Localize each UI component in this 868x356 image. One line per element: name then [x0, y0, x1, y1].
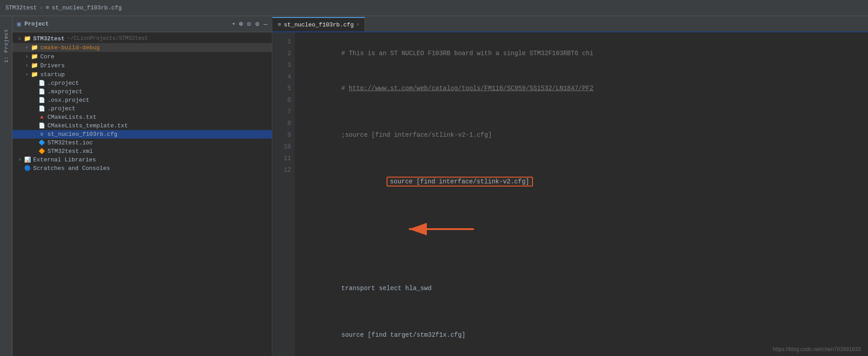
minimize-icon[interactable]: —	[264, 21, 267, 28]
tree-item-drivers[interactable]: › 📁 Drivers	[13, 61, 272, 70]
item-label-mxproject: .mxproject	[47, 88, 82, 95]
file-icon-cproject: 📄	[38, 80, 46, 87]
line-num-5: 5	[272, 82, 291, 94]
editor-content: 1 2 3 4 5 6 7 8 9 10 11 12 # This is an …	[272, 32, 868, 356]
tree-item-external[interactable]: › 📊 External Libraries	[13, 156, 272, 164]
code-comment-1: # This is an ST NUCLEO F103RB board with…	[341, 50, 593, 57]
left-strip-label: 1: Project	[4, 29, 9, 63]
tab-icon: ≡	[278, 22, 281, 28]
line-num-6: 6	[272, 94, 291, 106]
line-num-10: 10	[272, 141, 291, 152]
tree-item-osxproject[interactable]: 📄 .osx.project	[13, 96, 272, 104]
tree-item-core[interactable]: › 📁 Core	[13, 52, 272, 61]
folder-icon-drivers: 📁	[30, 62, 39, 69]
tree-item-cproject[interactable]: 📄 .cproject	[13, 79, 272, 87]
tab-close-button[interactable]: ×	[357, 22, 360, 27]
tree-item-root[interactable]: ∨ 📁 STM32test ~/CLionProjects/STM32test	[13, 34, 272, 43]
crosshair-icon[interactable]: ⊕	[239, 20, 243, 28]
file-icon-xml: 🔶	[38, 148, 46, 155]
tree-item-mxproject[interactable]: 📄 .mxproject	[13, 87, 272, 96]
tree-item-cmakelists-template[interactable]: 📄 CMakeLists_template.txt	[13, 122, 272, 130]
item-label-project: .project	[47, 105, 75, 112]
dropdown-arrow[interactable]: ▾	[232, 21, 235, 27]
item-label-external: External Libraries	[33, 156, 96, 163]
editor-area: ≡ st_nucleo_f103rb.cfg × 1 2 3 4 5 6 7 8…	[272, 16, 868, 356]
line-numbers: 1 2 3 4 5 6 7 8 9 10 11 12	[272, 32, 295, 356]
item-label-cmake-build: cmake-build-debug	[40, 44, 100, 51]
titlebar-file: st_nucleo_f103rb.cfg	[52, 4, 122, 11]
code-line-8	[304, 306, 868, 317]
tree-item-cmake-build[interactable]: › 📁 cmake-build-debug	[13, 43, 272, 52]
code-line-10	[304, 352, 868, 356]
arrow-annotation	[359, 211, 476, 247]
code-line-6	[304, 259, 868, 271]
file-icon-cmakelists-template: 📄	[38, 122, 46, 129]
item-label-drivers: Drivers	[40, 62, 65, 69]
code-text-4: ;source [find interface/stlink-v2-1.cfg]	[341, 131, 492, 139]
folder-icon-scratches: 🔵	[23, 165, 31, 172]
code-area[interactable]: # This is an ST NUCLEO F103RB board with…	[295, 32, 868, 356]
item-label-scratches: Scratches and Consoles	[33, 165, 110, 172]
highlight-box: source [find interface/stlink-v2.cfg]	[341, 164, 533, 199]
code-line-2: # http://www.st.com/web/catalog/tools/FM…	[304, 71, 868, 106]
code-link-2[interactable]: http://www.st.com/web/catalog/tools/FM11…	[349, 85, 593, 92]
tree-item-startup[interactable]: › 📁 startup	[13, 70, 272, 79]
tree-item-ioc[interactable]: 🔷 STM32test.ioc	[13, 139, 272, 147]
arrow-root: ∨	[16, 36, 23, 41]
file-icon-project: 📄	[38, 105, 46, 112]
file-icon-ioc: 🔷	[38, 139, 46, 146]
arrow-core: ›	[23, 54, 30, 59]
item-label-cproject: .cproject	[47, 80, 79, 87]
file-icon-mxproject: 📄	[38, 88, 46, 95]
titlebar-sep: ›	[39, 4, 43, 11]
code-line-4: ;source [find interface/stlink-v2-1.cfg]	[304, 117, 868, 152]
item-label-osxproject: .osx.project	[47, 97, 90, 104]
tab-label: st_nucleo_f103rb.cfg	[284, 22, 354, 28]
item-label-cmakelists: CMakeLists.txt	[47, 114, 96, 121]
folder-icon-startup: 📁	[30, 71, 39, 78]
code-line-1: # This is an ST NUCLEO F103RB board with…	[304, 36, 868, 71]
item-label-xml: STM32test.xml	[47, 148, 93, 155]
left-strip: 1: Project	[0, 16, 13, 356]
line-num-1: 1	[272, 36, 291, 48]
item-label-startup: startup	[40, 71, 65, 78]
item-path-root: ~/CLionProjects/STM32test	[67, 35, 148, 42]
code-line-3	[304, 106, 868, 117]
file-icon-cfg: ≡	[38, 131, 46, 138]
collapse-icon[interactable]: ⊟	[247, 21, 251, 28]
tab-bar: ≡ st_nucleo_f103rb.cfg ×	[272, 16, 868, 32]
code-line-5: source [find interface/stlink-v2.cfg]	[304, 152, 868, 259]
folder-icon-core: 📁	[30, 53, 39, 60]
code-text-9: source [find target/stm32f1x.cfg]	[341, 331, 465, 339]
item-label-ioc: STM32test.ioc	[47, 139, 93, 146]
item-label-cfg: st_nucleo_f103rb.cfg	[47, 131, 117, 138]
sidebar: ▣ Project ▾ ⊕ ⊟ ⚙ — ∨ 📁 STM32test ~/CLio…	[13, 16, 272, 356]
arrow-svg	[404, 222, 476, 236]
line-num-12: 12	[272, 164, 291, 176]
line-num-11: 11	[272, 152, 291, 164]
tab-cfg[interactable]: ≡ st_nucleo_f103rb.cfg ×	[272, 17, 365, 31]
tree-item-cmakelists[interactable]: 🔺 CMakeLists.txt	[13, 113, 272, 122]
gear-icon[interactable]: ⚙	[255, 20, 259, 28]
item-label-root: STM32test	[33, 35, 64, 42]
line-num-7: 7	[272, 106, 291, 117]
folder-icon-external: 📊	[23, 156, 31, 163]
titlebar: STM32test › ≡ st_nucleo_f103rb.cfg	[0, 0, 868, 16]
arrow-cmake-build: ›	[23, 45, 30, 50]
tree-item-cfg[interactable]: ≡ st_nucleo_f103rb.cfg	[13, 130, 272, 139]
arrow-drivers: ›	[23, 63, 30, 68]
titlebar-project: STM32test	[5, 4, 37, 11]
header-actions: ⊕ ⊟ ⚙ —	[239, 20, 267, 28]
tree-item-project[interactable]: 📄 .project	[13, 104, 272, 113]
titlebar-file-icon: ≡	[46, 4, 49, 11]
main-layout: 1: Project ▣ Project ▾ ⊕ ⊟ ⚙ — ∨ 📁 STM32…	[0, 16, 868, 356]
line-num-2: 2	[272, 48, 291, 59]
line-num-8: 8	[272, 117, 291, 129]
panel-title: Project	[24, 21, 228, 27]
code-line-7: transport select hla_swd	[304, 271, 868, 306]
tree-item-scratches[interactable]: 🔵 Scratches and Consoles	[13, 164, 272, 173]
line-num-9: 9	[272, 129, 291, 141]
item-label-core: Core	[40, 53, 54, 60]
item-label-cmakelists-template: CMakeLists_template.txt	[47, 122, 128, 129]
tree-item-xml[interactable]: 🔶 STM32test.xml	[13, 147, 272, 156]
